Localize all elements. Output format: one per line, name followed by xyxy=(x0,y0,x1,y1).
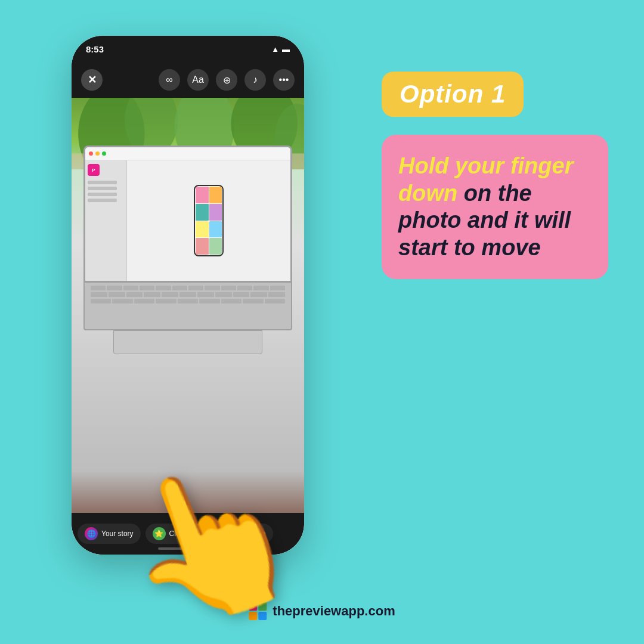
grid-cell xyxy=(196,204,209,221)
browser-dot-yellow xyxy=(95,151,100,156)
browser-bar xyxy=(85,147,290,160)
laptop-keyboard xyxy=(83,283,292,330)
app-sidebar: P xyxy=(85,160,127,281)
logo-cell-br xyxy=(258,612,267,620)
mini-phone-grid xyxy=(195,186,222,255)
text-icon[interactable]: Aa xyxy=(187,69,209,91)
status-icons: ▲ ▬ xyxy=(271,45,290,54)
sidebar-line xyxy=(88,187,117,190)
grid-cell xyxy=(209,221,222,238)
globe-icon: 🌐 xyxy=(85,527,98,540)
laptop-screen: P xyxy=(83,145,292,283)
description-text: Hold your finger down on the photo and i… xyxy=(398,153,592,261)
sticker-icon[interactable]: ⊕ xyxy=(216,69,237,91)
grid-cell xyxy=(209,238,222,255)
music-icon[interactable]: ♪ xyxy=(244,69,266,91)
logo-cell-bl xyxy=(249,612,257,620)
loop-icon[interactable]: ∞ xyxy=(159,69,180,91)
sidebar-line xyxy=(88,193,117,196)
more-icon[interactable]: ••• xyxy=(273,69,295,91)
toolbar-icons: ∞ Aa ⊕ ♪ ••• xyxy=(159,69,295,91)
story-toolbar: ✕ ∞ Aa ⊕ ♪ ••• xyxy=(72,62,304,98)
status-time: 8:53 xyxy=(86,44,104,54)
grid-cell xyxy=(209,204,222,221)
grid-cell xyxy=(196,238,209,255)
browser-dot-green xyxy=(102,151,106,156)
description-box: Hold your finger down on the photo and i… xyxy=(382,135,608,279)
laptop-trackpad xyxy=(113,330,262,354)
app-logo: P xyxy=(88,164,100,176)
laptop: P xyxy=(83,145,292,477)
grid-cell xyxy=(196,221,209,238)
app-area: P xyxy=(85,160,290,281)
option-text: Option 1 xyxy=(400,80,506,108)
phone-notch xyxy=(149,36,227,52)
app-main-area xyxy=(127,160,290,281)
brand-text: thepreviewapp.com xyxy=(273,603,395,619)
close-button[interactable]: ✕ xyxy=(81,69,103,91)
right-content: Option 1 Hold your finger down on the ph… xyxy=(382,72,608,279)
battery-icon: ▬ xyxy=(282,45,290,54)
grid-cell xyxy=(209,187,222,203)
mini-phone xyxy=(194,185,224,256)
wifi-icon: ▲ xyxy=(271,45,279,54)
sidebar-line xyxy=(88,181,117,184)
option-badge: Option 1 xyxy=(382,72,524,117)
browser-dot-red xyxy=(89,151,93,156)
sidebar-line xyxy=(88,199,117,202)
grid-cell xyxy=(196,187,209,203)
